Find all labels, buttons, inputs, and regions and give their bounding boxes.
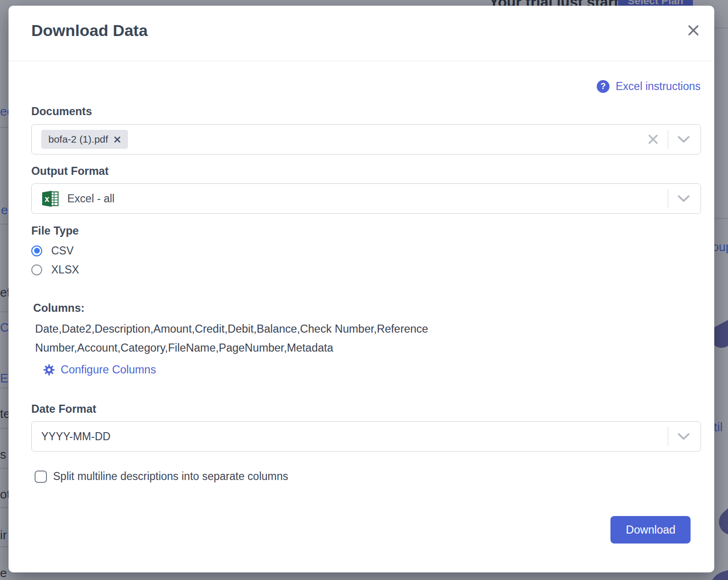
excel-letter: x — [45, 194, 49, 204]
radio-button-xlsx[interactable] — [31, 264, 42, 275]
field-separator — [668, 130, 669, 149]
columns-line-2: Number,Account,Category,FileName,PageNum… — [35, 338, 509, 357]
split-descriptions-checkbox[interactable] — [35, 471, 47, 483]
radio-label-csv: CSV — [51, 245, 73, 257]
columns-label: Columns: — [33, 302, 84, 315]
modal-title: Download Data — [31, 21, 148, 40]
radio-button-csv[interactable] — [31, 245, 42, 256]
date-format-label: Date Format — [31, 403, 96, 416]
download-button[interactable]: Download — [610, 516, 691, 544]
excel-file-icon: x — [41, 190, 59, 208]
documents-label: Documents — [31, 105, 92, 118]
excel-instructions-label: Excel instructions — [616, 80, 701, 93]
documents-multiselect[interactable]: bofa-2 (1).pdf — [31, 124, 701, 154]
output-format-label: Output Format — [31, 165, 109, 178]
columns-list-text: Date,Date2,Description,Amount,Credit,Deb… — [35, 319, 509, 357]
date-format-select[interactable]: YYYY-MM-DD — [31, 421, 701, 452]
gear-icon — [43, 364, 55, 376]
field-separator — [668, 189, 669, 208]
configure-columns-label: Configure Columns — [61, 363, 156, 376]
columns-line-1: Date,Date2,Description,Amount,Credit,Deb… — [35, 319, 509, 338]
chevron-down-icon[interactable] — [677, 136, 690, 143]
download-data-modal: Download Data ? Excel instructions Docum… — [9, 6, 714, 572]
radio-option-csv[interactable]: CSV — [31, 244, 73, 258]
remove-document-icon[interactable] — [114, 136, 121, 143]
help-icon: ? — [597, 80, 610, 93]
selected-document-name: bofa-2 (1).pdf — [48, 134, 108, 145]
field-separator — [668, 427, 669, 446]
radio-option-xlsx[interactable]: XLSX — [31, 263, 79, 277]
radio-label-xlsx: XLSX — [51, 263, 79, 276]
split-descriptions-label: Split multiline descriptions into separa… — [53, 470, 288, 483]
output-format-value: Excel - all — [67, 192, 115, 205]
configure-columns-link[interactable]: Configure Columns — [43, 363, 156, 376]
output-format-select[interactable]: x Excel - all — [31, 183, 701, 214]
file-type-label: File Type — [31, 225, 79, 237]
chevron-down-icon[interactable] — [677, 195, 690, 202]
clear-selection-icon[interactable] — [647, 134, 659, 145]
header-divider — [9, 61, 714, 61]
selected-document-tag: bofa-2 (1).pdf — [41, 130, 128, 149]
chevron-down-icon[interactable] — [677, 433, 690, 440]
close-icon[interactable] — [686, 23, 701, 38]
split-descriptions-option[interactable]: Split multiline descriptions into separa… — [35, 470, 288, 483]
excel-instructions-link[interactable]: ? Excel instructions — [597, 80, 701, 93]
date-format-value: YYYY-MM-DD — [41, 430, 110, 443]
